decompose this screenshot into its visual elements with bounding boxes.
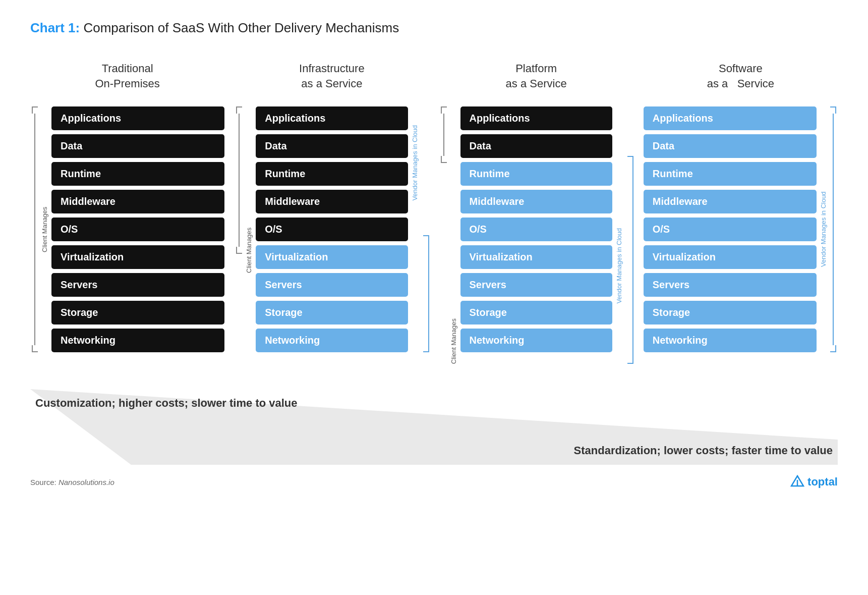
list-item: Storage bbox=[51, 301, 224, 324]
source-link: Nanosolutions.io bbox=[59, 478, 114, 486]
list-item: O/S bbox=[51, 218, 224, 241]
bottom-section: Customization; higher costs; slower time… bbox=[30, 389, 838, 465]
col-body-saas: Applications Data Runtime Middleware O/S… bbox=[644, 106, 838, 352]
bracket-line-paas-left bbox=[439, 106, 448, 364]
list-item: Servers bbox=[256, 273, 408, 297]
items-saas: Applications Data Runtime Middleware O/S… bbox=[644, 106, 817, 352]
list-item: Storage bbox=[256, 301, 408, 324]
client-manages-label-3: Client Manages bbox=[450, 106, 457, 364]
chart-title-suffix: Comparison of SaaS With Other Delivery M… bbox=[80, 20, 399, 35]
list-item: Applications bbox=[256, 106, 408, 130]
col-body-iaas: Client Manages Applications Data Runtime… bbox=[235, 106, 429, 352]
list-item: Virtualization bbox=[644, 245, 817, 269]
items-iaas: Applications Data Runtime Middleware O/S… bbox=[256, 106, 408, 352]
bottom-text-left: Customization; higher costs; slower time… bbox=[35, 397, 298, 410]
toptal-logo: toptal bbox=[790, 475, 838, 489]
bracket-line-saas-right bbox=[829, 106, 838, 352]
column-paas: Platformas a Service Client Manages bbox=[439, 56, 633, 364]
items-traditional: Applications Data Runtime Middleware O/S… bbox=[51, 106, 224, 352]
list-item: Data bbox=[644, 134, 817, 158]
col-body-traditional: Client Manages Applications Data Runtime… bbox=[30, 106, 224, 352]
vendor-manages-label-4: Vendor Manages in Cloud bbox=[820, 106, 827, 352]
list-item: Networking bbox=[460, 329, 612, 352]
list-item: Middleware bbox=[51, 190, 224, 213]
list-item: Virtualization bbox=[256, 245, 408, 269]
vendor-manages-label-2: Vendor Manages in Cloud bbox=[411, 125, 419, 352]
col-header-traditional: TraditionalOn-Premises bbox=[95, 56, 159, 96]
chart-title: Chart 1: Comparison of SaaS With Other D… bbox=[30, 20, 838, 36]
list-item: Applications bbox=[51, 106, 224, 130]
list-item: Middleware bbox=[256, 190, 408, 213]
right-bracket-saas: Vendor Manages in Cloud bbox=[820, 106, 838, 352]
page-container: Chart 1: Comparison of SaaS With Other D… bbox=[30, 20, 838, 489]
list-item: O/S bbox=[644, 218, 817, 241]
bracket-line-iaas-right bbox=[420, 235, 429, 352]
right-bracket-iaas: Vendor Manages in Cloud bbox=[411, 106, 429, 352]
col-header-iaas: Infrastructureas a Service bbox=[299, 56, 365, 96]
source-credit: Source: Nanosolutions.io bbox=[30, 478, 114, 486]
bracket-line-iaas-left bbox=[235, 106, 244, 352]
source-label: Source: bbox=[30, 478, 56, 486]
list-item: Runtime bbox=[51, 162, 224, 186]
bracket-line-paas-right bbox=[624, 156, 633, 364]
list-item: Applications bbox=[460, 106, 612, 130]
list-item: O/S bbox=[256, 218, 408, 241]
column-iaas: Infrastructureas a Service Client bbox=[235, 56, 429, 352]
list-item: Data bbox=[51, 134, 224, 158]
column-saas: Softwareas a Service Applications Data R… bbox=[644, 56, 838, 352]
list-item: Networking bbox=[256, 329, 408, 352]
vendor-manages-label-3: Vendor Manages in Cloud bbox=[615, 228, 623, 364]
client-manages-label-1: Client Manages bbox=[41, 106, 48, 352]
list-item: Servers bbox=[51, 273, 224, 297]
left-bracket-traditional: Client Manages bbox=[30, 106, 48, 352]
list-item: Runtime bbox=[644, 162, 817, 186]
list-item: Runtime bbox=[460, 162, 612, 186]
list-item: Data bbox=[256, 134, 408, 158]
columns-area: TraditionalOn-Premises Client Manages Ap… bbox=[30, 56, 838, 364]
list-item: Middleware bbox=[460, 190, 612, 213]
list-item: Middleware bbox=[644, 190, 817, 213]
column-traditional: TraditionalOn-Premises Client Manages Ap… bbox=[30, 56, 224, 352]
list-item: Applications bbox=[644, 106, 817, 130]
list-item: Storage bbox=[460, 301, 612, 324]
list-item: O/S bbox=[460, 218, 612, 241]
list-item: Servers bbox=[460, 273, 612, 297]
list-item: Virtualization bbox=[460, 245, 612, 269]
list-item: Data bbox=[460, 134, 612, 158]
toptal-text: toptal bbox=[807, 475, 838, 489]
list-item: Runtime bbox=[256, 162, 408, 186]
list-item: Networking bbox=[644, 329, 817, 352]
items-paas: Applications Data Runtime Middleware O/S… bbox=[460, 106, 612, 364]
client-manages-label-2: Client Manages bbox=[245, 106, 253, 352]
chart-title-prefix: Chart 1: bbox=[30, 20, 80, 35]
toptal-icon bbox=[790, 475, 804, 489]
col-header-saas: Softwareas a Service bbox=[707, 56, 774, 96]
col-body-paas: Client Manages Applications Data Runtime… bbox=[439, 106, 633, 364]
left-bracket-paas: Client Manages bbox=[439, 106, 457, 364]
list-item: Networking bbox=[51, 329, 224, 352]
bottom-text-right: Standardization; lower costs; faster tim… bbox=[574, 444, 833, 457]
list-item: Servers bbox=[644, 273, 817, 297]
footer: Source: Nanosolutions.io toptal bbox=[30, 475, 838, 489]
right-bracket-paas: Vendor Manages in Cloud bbox=[615, 106, 633, 364]
col-header-paas: Platformas a Service bbox=[506, 56, 567, 96]
left-bracket-iaas: Client Manages bbox=[235, 106, 253, 352]
bracket-line-left bbox=[30, 106, 39, 352]
list-item: Virtualization bbox=[51, 245, 224, 269]
list-item: Storage bbox=[644, 301, 817, 324]
